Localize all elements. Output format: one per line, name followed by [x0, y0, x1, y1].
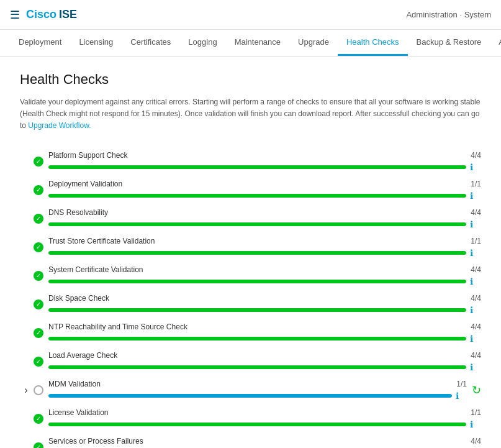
- check-score-platform-support: 4/4: [471, 151, 481, 160]
- check-icon-deployment-validation: ✓: [32, 185, 45, 195]
- upgrade-workflow-link[interactable]: Upgrade Workflow.: [28, 121, 91, 130]
- check-score-load-average: 4/4: [471, 351, 481, 360]
- nav-tab-health-checks[interactable]: Health Checks: [338, 30, 408, 56]
- check-score-dns-resolvability: 4/4: [471, 208, 481, 217]
- check-label-load-average: Load Average Check: [48, 351, 117, 360]
- brand-ise: ISE: [59, 8, 77, 21]
- info-icon-disk-space[interactable]: ℹ: [470, 305, 481, 315]
- check-label-disk-space: Disk Space Check: [48, 294, 109, 303]
- check-item-ntp-reachability: ✓NTP Reachability and Time Source Check4…: [20, 319, 481, 347]
- check-item-services-process: ✓Services or Process Failures4/4ℹ: [20, 433, 481, 448]
- progress-bar-disk-space: [48, 308, 466, 312]
- refresh-icon-mdm[interactable]: ↻: [472, 383, 481, 397]
- info-icon-load-average[interactable]: ℹ: [470, 362, 481, 372]
- header-left: ☰ Cisco ISE: [10, 8, 77, 22]
- page-title: Health Checks: [20, 71, 481, 88]
- check-item-mdm-validation: ›MDM Validation1/1ℹ↻: [20, 376, 481, 405]
- check-icon-disk-space: ✓: [32, 299, 45, 309]
- check-icon-services-process: ✓: [32, 442, 45, 448]
- check-expand-mdm-validation[interactable]: ›: [20, 385, 32, 396]
- progress-bar-deployment-validation: [48, 194, 466, 198]
- description: Validate your deployment against any cri…: [20, 96, 481, 132]
- check-icon-system-cert: ✓: [32, 271, 45, 281]
- info-icon-deployment-validation[interactable]: ℹ: [470, 191, 481, 201]
- check-icon-ntp-reachability: ✓: [32, 328, 45, 338]
- check-content-platform-support: Platform Support Check4/4ℹ: [48, 151, 481, 172]
- check-icon-trust-store: ✓: [32, 242, 45, 252]
- check-label-license-validation: License Validation: [48, 408, 109, 417]
- check-content-license-validation: License Validation1/1ℹ: [48, 408, 481, 429]
- progress-bar-dns-resolvability: [48, 222, 466, 226]
- top-header: ☰ Cisco ISE Administration · System: [0, 0, 501, 30]
- nav-tab-licensing[interactable]: Licensing: [70, 30, 122, 56]
- check-content-ntp-reachability: NTP Reachability and Time Source Check4/…: [48, 322, 481, 344]
- check-item-license-validation: ✓License Validation1/1ℹ: [20, 405, 481, 433]
- progress-bar-mdm-validation: [48, 394, 452, 398]
- hamburger-icon[interactable]: ☰: [10, 8, 20, 22]
- progress-bar-license-validation: [48, 423, 466, 426]
- check-content-load-average: Load Average Check4/4ℹ: [48, 351, 481, 372]
- check-score-mdm-validation: 1/1: [456, 380, 467, 388]
- check-list: ✓Platform Support Check4/4ℹ✓Deployment V…: [20, 147, 481, 448]
- check-item-system-cert: ✓System Certificate Validation4/4ℹ: [20, 262, 481, 290]
- info-icon-system-cert[interactable]: ℹ: [470, 277, 481, 286]
- check-icon-dns-resolvability: ✓: [32, 214, 45, 224]
- info-icon-platform-support[interactable]: ℹ: [470, 162, 481, 172]
- nav-tabs: DeploymentLicensingCertificatesLoggingMa…: [0, 30, 501, 57]
- check-icon-load-average: ✓: [32, 357, 45, 367]
- check-content-system-cert: System Certificate Validation4/4ℹ: [48, 265, 481, 286]
- check-icon-mdm-validation: [32, 385, 45, 395]
- check-score-deployment-validation: 1/1: [471, 180, 481, 188]
- main-content: Health Checks Validate your deployment a…: [0, 57, 501, 448]
- check-label-system-cert: System Certificate Validation: [48, 265, 143, 274]
- nav-tab-upgrade[interactable]: Upgrade: [289, 30, 338, 56]
- check-label-mdm-validation: MDM Validation: [48, 380, 101, 388]
- check-icon-platform-support: ✓: [32, 157, 45, 167]
- check-label-dns-resolvability: DNS Resolvability: [48, 208, 108, 217]
- check-score-trust-store: 1/1: [471, 237, 481, 245]
- check-content-dns-resolvability: DNS Resolvability4/4ℹ: [48, 208, 481, 229]
- check-score-license-validation: 1/1: [471, 408, 481, 417]
- info-icon-mdm-validation[interactable]: ℹ: [456, 391, 467, 401]
- check-item-dns-resolvability: ✓DNS Resolvability4/4ℹ: [20, 204, 481, 233]
- check-score-services-process: 4/4: [471, 437, 481, 446]
- check-label-ntp-reachability: NTP Reachability and Time Source Check: [48, 322, 187, 331]
- check-score-ntp-reachability: 4/4: [471, 322, 481, 331]
- check-content-deployment-validation: Deployment Validation1/1ℹ: [48, 180, 481, 201]
- info-icon-ntp-reachability[interactable]: ℹ: [470, 334, 481, 344]
- brand-cisco: Cisco: [26, 8, 56, 21]
- info-icon-dns-resolvability[interactable]: ℹ: [470, 219, 481, 229]
- nav-tab-logging[interactable]: Logging: [179, 30, 225, 56]
- admin-info: Administration · System: [406, 10, 491, 19]
- check-content-trust-store: Trust Store Certificate Validation1/1ℹ: [48, 237, 481, 258]
- check-label-platform-support: Platform Support Check: [48, 151, 127, 160]
- check-content-mdm-validation: MDM Validation1/1ℹ: [48, 380, 467, 401]
- check-label-trust-store: Trust Store Certificate Validation: [48, 237, 155, 245]
- progress-bar-ntp-reachability: [48, 337, 466, 341]
- nav-tab-backup-restore[interactable]: Backup & Restore: [408, 30, 490, 56]
- progress-bar-load-average: [48, 365, 466, 369]
- progress-bar-trust-store: [48, 251, 466, 255]
- check-label-services-process: Services or Process Failures: [48, 437, 143, 446]
- nav-tab-deployment[interactable]: Deployment: [10, 30, 70, 56]
- nav-tab-admin-access[interactable]: Admin Access: [490, 30, 501, 56]
- brand: Cisco ISE: [26, 8, 77, 21]
- check-content-disk-space: Disk Space Check4/4ℹ: [48, 294, 481, 315]
- check-item-platform-support: ✓Platform Support Check4/4ℹ: [20, 147, 481, 176]
- check-icon-license-validation: ✓: [32, 414, 45, 424]
- check-item-disk-space: ✓Disk Space Check4/4ℹ: [20, 290, 481, 319]
- nav-tab-certificates[interactable]: Certificates: [122, 30, 179, 56]
- check-item-trust-store: ✓Trust Store Certificate Validation1/1ℹ: [20, 233, 481, 262]
- progress-bar-system-cert: [48, 280, 466, 283]
- info-icon-trust-store[interactable]: ℹ: [470, 248, 481, 258]
- check-score-system-cert: 4/4: [471, 265, 481, 274]
- check-item-load-average: ✓Load Average Check4/4ℹ: [20, 347, 481, 376]
- check-item-deployment-validation: ✓Deployment Validation1/1ℹ: [20, 176, 481, 204]
- info-icon-license-validation[interactable]: ℹ: [470, 419, 481, 429]
- check-label-deployment-validation: Deployment Validation: [48, 180, 122, 188]
- nav-tab-maintenance[interactable]: Maintenance: [226, 30, 289, 56]
- progress-bar-platform-support: [48, 165, 466, 169]
- check-content-services-process: Services or Process Failures4/4ℹ: [48, 437, 481, 448]
- check-score-disk-space: 4/4: [471, 294, 481, 303]
